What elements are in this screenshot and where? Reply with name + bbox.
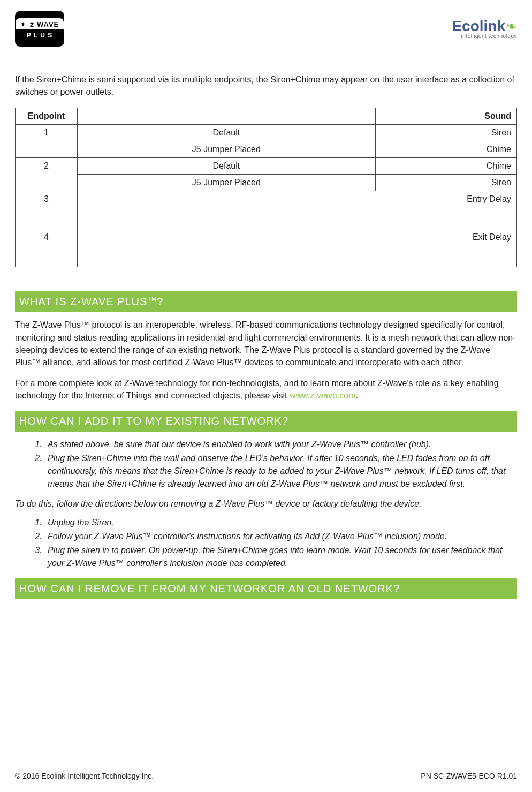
ecolink-brand-text: Ecolink xyxy=(452,18,505,34)
document-header: ᯤ ᴢ WAVE P L U S Ecolink❧ intelligent te… xyxy=(15,11,517,47)
footer-part-number: PN SC-ZWAVE5-ECO R1.01 xyxy=(421,772,517,780)
table-row: 2 Default Chime xyxy=(16,158,517,175)
list-item: Follow your Z-Wave Plus™ controller's in… xyxy=(44,530,517,543)
cell-condition: Default xyxy=(78,125,376,141)
list-item: As stated above, be sure that our device… xyxy=(44,438,517,451)
cell-endpoint: 4 xyxy=(16,229,78,267)
table-header-sound: Sound xyxy=(375,108,516,125)
table-row: 3 Entry Delay xyxy=(16,191,517,229)
ecolink-logo: Ecolink❧ intelligent technology xyxy=(452,19,517,39)
heading-text: WHAT IS Z-WAVE PLUS xyxy=(19,296,147,307)
table-row: 4 Exit Delay xyxy=(16,229,517,267)
endpoint-sound-table: Endpoint Sound 1 Default Siren J5 Jumper… xyxy=(15,108,517,267)
ecolink-tagline: intelligent technology xyxy=(452,34,517,39)
add-steps-list-b: Unplug the Siren. Follow your Z-Wave Plu… xyxy=(15,516,517,570)
zwave-badge-top: ᯤ ᴢ WAVE xyxy=(16,18,64,29)
cell-sound: Entry Delay xyxy=(78,191,517,229)
section-heading-what-is-zwave: WHAT IS Z-WAVE PLUSTM? xyxy=(15,291,517,312)
paragraph: For a more complete look at Z-Wave techn… xyxy=(15,377,517,402)
table-header-middle xyxy=(78,108,376,125)
list-item: Plug the Siren+Chime into the wall and o… xyxy=(44,452,517,491)
list-item: Plug the siren in to power. On power-up,… xyxy=(44,544,517,570)
cell-sound: Chime xyxy=(375,158,516,175)
cell-sound: Exit Delay xyxy=(78,229,517,267)
table-row: 1 Default Siren xyxy=(16,125,517,141)
section-heading-add-network: HOW CAN I ADD IT TO MY EXISTING NETWORK? xyxy=(15,411,517,432)
text: For a more complete look at Z-Wave techn… xyxy=(15,379,499,400)
cell-sound: Siren xyxy=(375,125,516,141)
transition-paragraph: To do this, follow the directions below … xyxy=(15,499,517,509)
heading-text: ? xyxy=(157,296,163,307)
text: . xyxy=(356,391,358,400)
zwave-badge-bottom: P L U S xyxy=(27,29,53,39)
paragraph: The Z-Wave Plus™ protocol is an interope… xyxy=(15,319,517,368)
zwave-website-link[interactable]: www.z-wave.com xyxy=(290,391,356,400)
cell-endpoint: 1 xyxy=(16,125,78,158)
cell-condition: Default xyxy=(78,158,376,175)
list-item: Unplug the Siren. xyxy=(44,516,517,529)
intro-paragraph: If the Siren+Chime is semi supported via… xyxy=(15,73,517,98)
cell-condition: J5 Jumper Placed xyxy=(78,141,376,158)
add-steps-list-a: As stated above, be sure that our device… xyxy=(15,438,517,491)
page-footer: © 2016 Ecolink Intelligent Technology In… xyxy=(15,772,517,780)
leaf-icon: ❧ xyxy=(505,18,517,34)
table-row: J5 Jumper Placed Chime xyxy=(16,141,517,158)
cell-sound: Chime xyxy=(375,141,516,158)
zwave-plus-badge-icon: ᯤ ᴢ WAVE P L U S xyxy=(15,11,64,47)
cell-condition: J5 Jumper Placed xyxy=(78,175,376,191)
cell-sound: Siren xyxy=(375,175,516,191)
table-row: J5 Jumper Placed Siren xyxy=(16,175,517,191)
table-header-endpoint: Endpoint xyxy=(16,108,78,125)
tm-mark: TM xyxy=(147,296,157,303)
footer-copyright: © 2016 Ecolink Intelligent Technology In… xyxy=(15,772,154,780)
cell-endpoint: 3 xyxy=(16,191,78,229)
document-page: ᯤ ᴢ WAVE P L U S Ecolink❧ intelligent te… xyxy=(0,0,532,792)
cell-endpoint: 2 xyxy=(16,158,78,191)
section-heading-remove-network: HOW CAN I REMOVE IT FROM MY NETWORKOR AN… xyxy=(15,578,517,599)
